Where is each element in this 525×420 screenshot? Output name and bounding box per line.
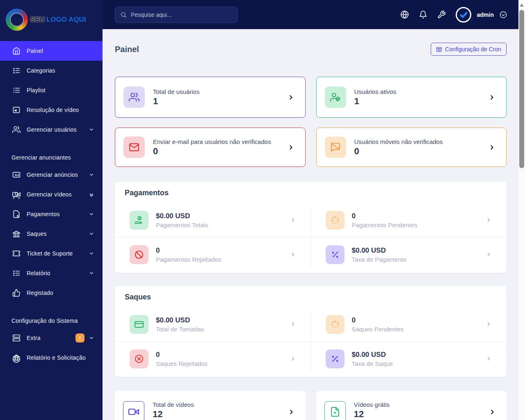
stat-card-total-usuarios[interactable]: Total de usuários 1 <box>115 77 306 118</box>
video-camera-icon <box>123 401 144 420</box>
credit-card-icon <box>130 315 148 334</box>
row-value: 0 <box>352 316 404 324</box>
row-label: Pagamentos Pendentes <box>352 221 418 228</box>
user-avatar[interactable] <box>456 7 471 23</box>
sidebar-item-label: Playlist <box>27 87 46 94</box>
stat-label: Total de usuários <box>153 88 199 95</box>
chevron-right-icon <box>488 94 495 101</box>
sidebar-item-gerenciar-videos[interactable]: Gerenciar vídeos <box>0 185 103 204</box>
sidebar-item-label: Categorias <box>27 67 55 74</box>
logo-text-seu: SEU <box>30 16 45 23</box>
sidebar-item-label: Relatório <box>27 270 50 276</box>
row-value: $0.00 USD <box>156 212 208 220</box>
row-pagamentos-pendentes[interactable]: 0 Pagamentos Pendentes <box>311 203 507 237</box>
stat-card-videos-gratis[interactable]: Vídeos grátis 12 <box>316 391 507 420</box>
sidebar-item-gerenciar-usuarios[interactable]: Gerenciar usuários <box>0 120 103 139</box>
scrollbar-up-arrow-icon[interactable] <box>520 4 524 7</box>
scrollbar-thumb[interactable] <box>519 10 524 168</box>
cron-config-button[interactable]: Configuração de Cron <box>431 43 507 56</box>
row-label: Total de Tomadas <box>156 326 204 333</box>
sidebar-item-gerenciar-anuncios[interactable]: Ad Gerenciar anúncios <box>0 165 103 185</box>
row-label: Pagamentos Rejeitados <box>156 256 221 263</box>
sidebar-item-resolucao-de-video[interactable]: Resolução de vídeo <box>0 100 103 120</box>
report-list-icon <box>12 269 21 277</box>
ticket-icon <box>12 249 21 258</box>
spinner-icon <box>326 315 345 334</box>
wrench-icon[interactable] <box>437 10 446 19</box>
search-icon <box>120 11 127 18</box>
video-camera-icon <box>12 190 21 199</box>
user-menu-chevron-icon[interactable] <box>500 11 507 18</box>
stat-card-total-de-videos[interactable]: Total de vídeos 12 <box>115 391 306 420</box>
logo[interactable]: SEULOGO AQUI <box>0 0 103 39</box>
stat-card-usuarios-ativos[interactable]: Usuários ativos 1 <box>316 77 507 118</box>
sidebar-item-painel[interactable]: Painel <box>0 41 103 61</box>
sidebar-item-relatorio-e-solicitacao[interactable]: Relatório e Solicitação <box>0 348 103 368</box>
chevron-right-icon <box>488 144 495 151</box>
sidebar-item-label: Configuração do Sistema <box>0 317 78 324</box>
stat-label: Vídeos grátis <box>354 401 390 408</box>
hand-money-icon: $ <box>130 211 148 230</box>
sidebar-item-label: Ticket de Suporte <box>27 250 73 257</box>
stat-card-email-nao-verificados[interactable]: Enviar e-mail para usuários não verifica… <box>115 128 306 167</box>
stat-label: Total de vídeos <box>153 401 194 408</box>
row-total-de-tomadas[interactable]: $0.00 USD Total de Tomadas <box>115 307 311 341</box>
sidebar-item-extra[interactable]: Extra ! <box>0 328 103 348</box>
row-value: $0.00 USD <box>352 351 393 359</box>
stat-card-moveis-nao-verificados[interactable]: Usuários móveis não verificados 0 <box>316 128 507 167</box>
row-saques-pendentes[interactable]: 0 Saques Pendentes <box>311 307 507 341</box>
row-value: 0 <box>156 351 208 359</box>
sidebar-item-registado[interactable]: Registado <box>0 283 103 303</box>
table-icon <box>436 46 442 52</box>
row-saques-rejeitados[interactable]: 0 Saques Rejeitados <box>115 342 311 376</box>
row-label: Taxa de Saque <box>352 360 393 367</box>
row-label: Saques Rejeitados <box>156 360 208 367</box>
sidebar-item-gerenciar-anunciantes[interactable]: Gerenciar anunciantes <box>0 139 103 165</box>
row-pagamentos-totais[interactable]: $ $0.00 USD Pagamentos Totais <box>115 203 311 237</box>
row-value: 0 <box>352 212 418 220</box>
search-input[interactable] <box>131 11 233 18</box>
stat-label: Enviar e-mail para usuários não verifica… <box>153 138 271 145</box>
bell-icon[interactable] <box>419 10 427 19</box>
stat-label: Usuários ativos <box>354 88 397 95</box>
x-circle-icon <box>130 349 148 368</box>
sidebar-item-saques[interactable]: Saques <box>0 224 103 244</box>
chevron-down-icon <box>89 192 94 197</box>
search-box[interactable] <box>115 7 238 23</box>
chevron-right-icon <box>290 217 296 223</box>
sidebar-item-pagamentos[interactable]: $ Pagamentos <box>0 204 103 224</box>
chevron-down-icon <box>89 335 94 341</box>
username-label: admin <box>477 11 494 18</box>
sidebar: SEULOGO AQUI Painel Categorias Playlist … <box>0 0 103 420</box>
chat-off-icon <box>325 137 346 158</box>
percent-icon <box>326 349 345 368</box>
sidebar-item-label: Gerenciar vídeos <box>27 191 72 198</box>
chevron-right-icon <box>489 409 496 415</box>
stat-value: 0 <box>153 146 271 157</box>
sidebar-item-ticket-de-suporte[interactable]: Ticket de Suporte <box>0 244 103 263</box>
sidebar-item-configuracao-do-sistema[interactable]: Configuração do Sistema <box>0 303 103 328</box>
row-taxa-de-saque[interactable]: $0.00 USD Taxa de Saque <box>311 342 507 376</box>
chevron-right-icon <box>486 217 492 223</box>
row-taxa-de-pagamento[interactable]: $0.00 USD Taxa de Pagamento <box>311 237 507 272</box>
stat-value: 0 <box>354 146 443 157</box>
svg-text:$: $ <box>17 214 19 218</box>
row-label: Saques Pendentes <box>352 326 404 333</box>
row-value: $0.00 USD <box>156 316 204 324</box>
sidebar-item-label: Relatório e Solicitação <box>27 354 86 361</box>
chevron-down-icon <box>89 231 94 237</box>
file-play-icon <box>324 401 346 420</box>
sidebar-item-label: Gerenciar usuários <box>27 126 77 133</box>
globe-icon[interactable] <box>400 10 409 19</box>
chevron-right-icon <box>288 94 294 101</box>
chevron-right-icon <box>290 356 296 362</box>
page-scrollbar[interactable] <box>518 0 525 420</box>
home-icon <box>12 47 21 55</box>
page-title: Painel <box>115 45 139 54</box>
server-icon <box>12 334 21 342</box>
row-label: Pagamentos Totais <box>156 221 208 228</box>
row-pagamentos-rejeitados[interactable]: 0 Pagamentos Rejeitados <box>115 237 311 272</box>
sidebar-item-playlist[interactable]: Playlist <box>0 80 103 100</box>
sidebar-item-relatorio[interactable]: Relatório <box>0 263 103 283</box>
sidebar-item-categorias[interactable]: Categorias <box>0 61 103 80</box>
